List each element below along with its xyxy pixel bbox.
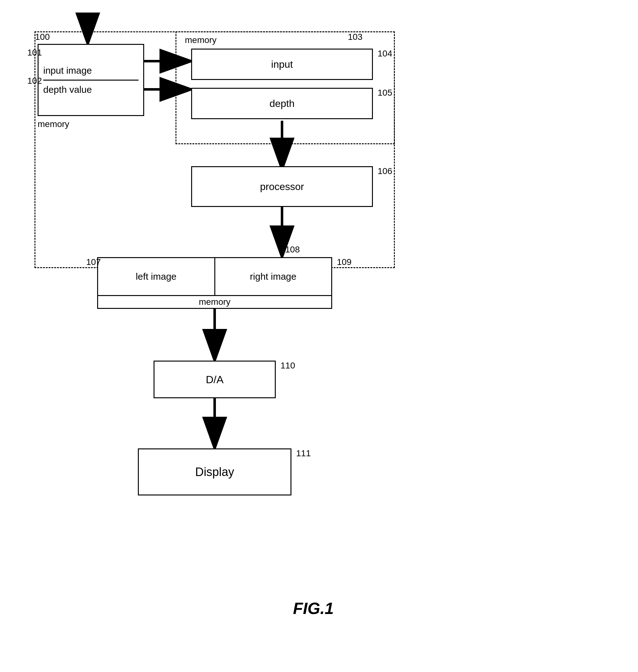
ref-109: 109	[337, 257, 352, 267]
depth-value-label: depth value	[43, 81, 92, 99]
ref-104: 104	[377, 49, 392, 59]
ref-101: 101	[27, 48, 42, 58]
ref-103: 103	[348, 32, 363, 42]
figure-label: FIG.1	[293, 599, 334, 618]
ref-102: 102	[27, 76, 42, 86]
image-memory-label: memory	[98, 296, 331, 308]
depth-inner-box: depth	[191, 88, 373, 119]
input-memory-text: memory	[38, 119, 69, 129]
images-row: left image right image	[98, 258, 331, 296]
memory-outer-label: memory	[185, 35, 217, 45]
ref-108: 108	[285, 245, 300, 255]
ref-106: 106	[377, 166, 392, 176]
ref-111: 111	[296, 448, 311, 458]
right-image-label: right image	[215, 258, 332, 295]
ref-105: 105	[377, 88, 392, 98]
input-memory-box: input image depth value	[38, 44, 144, 116]
input-inner-box: input	[191, 49, 373, 80]
input-image-label: input image	[43, 62, 92, 80]
ref-110: 110	[281, 361, 295, 371]
left-image-label: left image	[98, 258, 215, 295]
ref-107: 107	[86, 257, 101, 267]
image-memory-box: left image right image memory	[97, 257, 332, 309]
ref-100: 100	[35, 32, 50, 42]
processor-box: processor	[191, 166, 373, 207]
display-box: Display	[138, 448, 291, 495]
da-box: D/A	[153, 361, 276, 398]
